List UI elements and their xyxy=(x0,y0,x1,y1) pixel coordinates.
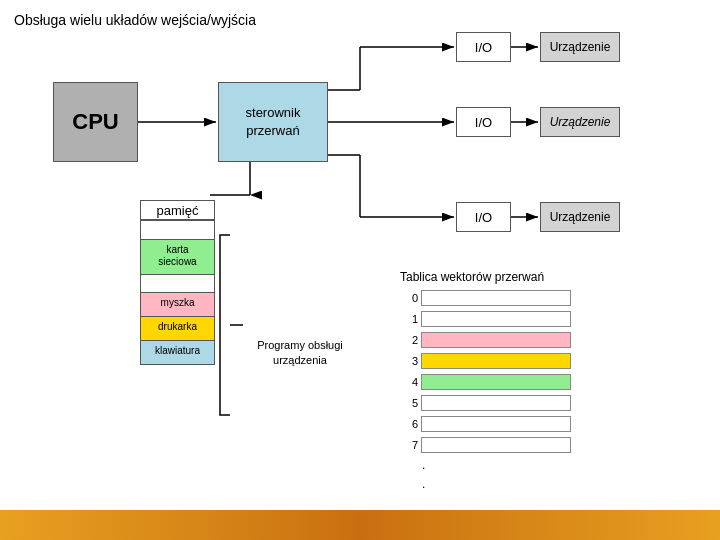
tv-row-4: 4 xyxy=(400,372,585,392)
tv-bar-4 xyxy=(421,374,571,390)
sterownik-label: sterownikprzerwań xyxy=(246,104,301,140)
tablica-title: Tablica wektorów przerwań xyxy=(400,270,544,284)
urz-box-2: Urządzenie xyxy=(540,107,620,137)
tv-row-2: 2 xyxy=(400,330,585,350)
pamiec-label: pamięć xyxy=(157,203,199,218)
tv-bar-2 xyxy=(421,332,571,348)
bottom-bar xyxy=(0,510,720,540)
tv-bar-5 xyxy=(421,395,571,411)
tv-bar-7 xyxy=(421,437,571,453)
mem-row-karta: kartasieciowa xyxy=(140,240,215,275)
tv-bar-0 xyxy=(421,290,571,306)
tv-bar-6 xyxy=(421,416,571,432)
tv-row-3: 3 xyxy=(400,351,585,371)
arrows-svg xyxy=(0,0,720,510)
tv-bar-3 xyxy=(421,353,571,369)
tv-row-5: 5 xyxy=(400,393,585,413)
io-box-2: I/O xyxy=(456,107,511,137)
cpu-box: CPU xyxy=(53,82,138,162)
tv-row-0: 0 xyxy=(400,288,585,308)
mem-row-klawiatura: klawiatura xyxy=(140,341,215,365)
page-title: Obsługa wielu układów wejścia/wyjścia xyxy=(14,12,256,28)
programy-label: Programy obsługi urządzenia xyxy=(255,338,345,369)
tablica-table: 0 1 2 3 4 5 6 7 xyxy=(400,288,585,494)
sterownik-box: sterownikprzerwań xyxy=(218,82,328,162)
mem-row-drukarka: drukarka xyxy=(140,317,215,341)
mem-row-empty2 xyxy=(140,275,215,293)
main-content: Obsługa wielu układów wejścia/wyjścia CP… xyxy=(0,0,720,510)
tv-row-7: 7 xyxy=(400,435,585,455)
tv-row-6: 6 xyxy=(400,414,585,434)
tv-row-1: 1 xyxy=(400,309,585,329)
urz-box-1: Urządzenie xyxy=(540,32,620,62)
tv-bar-1 xyxy=(421,311,571,327)
tablica-dots: .. xyxy=(400,456,585,494)
memory-stack: kartasieciowa myszka drukarka klawiatura xyxy=(140,220,215,365)
bracket-svg xyxy=(215,230,245,420)
io-box-3: I/O xyxy=(456,202,511,232)
pamiec-box: pamięć xyxy=(140,200,215,220)
cpu-label: CPU xyxy=(72,109,118,135)
urz-box-3: Urządzenie xyxy=(540,202,620,232)
mem-row-empty xyxy=(140,220,215,240)
mem-row-myszka: myszka xyxy=(140,293,215,317)
io-box-1: I/O xyxy=(456,32,511,62)
